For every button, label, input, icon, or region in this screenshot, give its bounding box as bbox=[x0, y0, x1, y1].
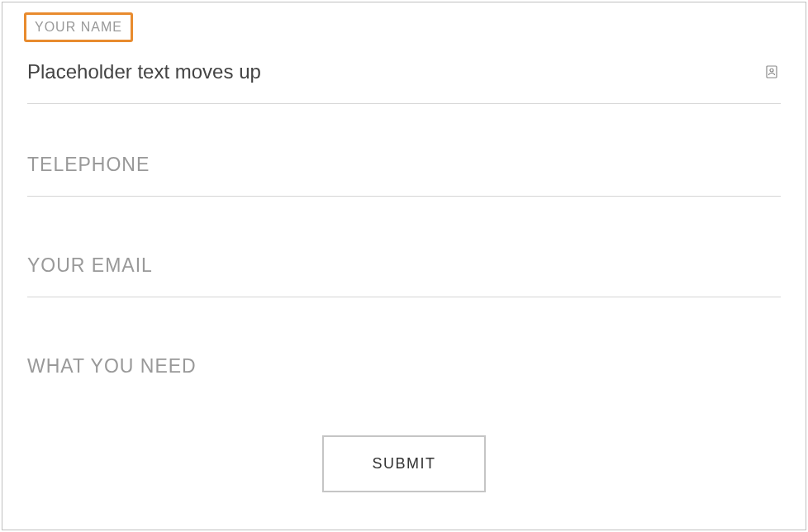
email-input[interactable]: YOUR EMAIL bbox=[27, 254, 781, 297]
name-input[interactable] bbox=[27, 19, 781, 104]
contact-card-icon bbox=[766, 65, 777, 78]
name-floating-label: YOUR NAME bbox=[24, 12, 133, 42]
name-field-group: YOUR NAME bbox=[27, 19, 781, 104]
need-field-group: WHAT YOU NEED bbox=[27, 355, 781, 378]
submit-button[interactable]: SUBMIT bbox=[322, 435, 485, 492]
telephone-field-group: TELEPHONE bbox=[27, 154, 781, 197]
contact-form-container: YOUR NAME TELEPHONE YOUR EMAIL WHAT YOU … bbox=[2, 2, 806, 530]
submit-wrap: SUBMIT bbox=[27, 435, 781, 492]
telephone-input[interactable]: TELEPHONE bbox=[27, 154, 781, 197]
need-input[interactable]: WHAT YOU NEED bbox=[27, 355, 781, 378]
email-field-group: YOUR EMAIL bbox=[27, 254, 781, 297]
svg-point-1 bbox=[770, 69, 773, 72]
